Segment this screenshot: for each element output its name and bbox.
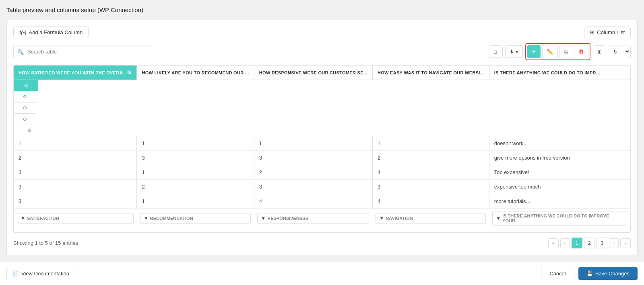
table-header-row: HOW SATISFIED WERE YOU WITH THE OVERA...… (14, 66, 630, 80)
page-1-button[interactable]: 1 (572, 238, 582, 248)
search-icon: 🔍 (17, 49, 24, 55)
table-row: 3124Too expensive! (14, 165, 630, 180)
page-2-button[interactable]: 2 (584, 238, 595, 248)
delete-column-button[interactable]: 🗑 (574, 45, 588, 58)
add-column-button[interactable]: + (527, 45, 541, 58)
column-list-icon: ⊞ (590, 29, 594, 35)
download-button[interactable]: ⬇ ▾ (505, 45, 523, 58)
cell-2-1: 1 (137, 165, 254, 180)
cancel-button[interactable]: Cancel (541, 267, 574, 280)
last-page-button[interactable]: » (620, 238, 631, 248)
filter-label-4: NAVIGATION (386, 216, 413, 221)
column-header-4: HOW EASY WAS IT TO NAVIGATE OUR WEBSI... (372, 66, 489, 80)
filter-row: ▼ SATISFACTION ▼ RECOMMENDATION (14, 209, 630, 228)
print-icon: 🖨 (493, 49, 498, 55)
filter-label-5: Is there anything we could do to improve… (502, 213, 623, 223)
column-header-2: HOW LIKELY ARE YOU TO RECOMMEND OUR ... (137, 66, 254, 80)
table-row: 3144more tutorials... (14, 194, 630, 209)
filter-button[interactable]: ⧗ (593, 45, 605, 58)
th-content-5: IS THERE ANYTHING WE COULD DO TO IMPR... (489, 66, 630, 79)
filter-cell-1: ▼ SATISFACTION (14, 209, 137, 228)
edit-icon: ✏️ (547, 49, 553, 55)
filter-icon-1: ▼ (21, 215, 25, 221)
col3-gear-icon[interactable]: ⚙ (23, 105, 27, 111)
filter-label-3: RESPONSIVENESS (267, 216, 308, 221)
col4-gear-cell: ⚙ (14, 114, 36, 125)
col5-gear-icon[interactable]: ⚙ (27, 127, 32, 133)
print-button[interactable]: 🖨 (489, 45, 503, 58)
filter-label-2: RECOMMENDATION (150, 216, 193, 221)
column-header-5: IS THERE ANYTHING WE COULD DO TO IMPR... (489, 66, 630, 80)
cell-4-0: 3 (14, 194, 137, 209)
column-header-1: HOW SATISFIED WERE YOU WITH THE OVERA...… (14, 66, 137, 80)
col3-gear-cell: ⚙ (14, 103, 36, 114)
toolbar-row: 🔍 🖨 ⬇ ▾ + ✏️ (13, 43, 631, 60)
edit-column-button[interactable]: ✏️ (542, 45, 558, 58)
cell-1-0: 2 (14, 151, 137, 165)
save-changes-button[interactable]: 💾 Save Changes (578, 267, 638, 280)
column-list-label: Column List (597, 29, 625, 35)
copy-column-button[interactable]: ⧉ (559, 45, 572, 58)
page-title: Table preview and columns setup (WP Conn… (6, 6, 638, 13)
card: f(•) Add a Formula Column ⊞ Column List … (6, 20, 638, 255)
cell-4-2: 4 (254, 194, 372, 209)
page-size-select[interactable]: 5 10 25 50 (608, 45, 631, 58)
bottom-right-buttons: Cancel 💾 Save Changes (541, 267, 638, 280)
cell-4-3: 4 (372, 194, 489, 209)
col1-settings-icon[interactable]: ⚙ (127, 70, 132, 76)
pagination: « ‹ 1 2 3 › » (548, 238, 631, 248)
cell-2-4: Too expensive! (489, 165, 630, 180)
filter-label-1: SATISFACTION (27, 216, 59, 221)
column-header-3: HOW RESPONSIVE WERE OUR CUSTOMER SE... (254, 66, 372, 80)
cell-4-4: more tutorials... (489, 194, 630, 209)
col4-gear-icon[interactable]: ⚙ (23, 116, 27, 122)
table-row: 3233expensive too much (14, 180, 630, 194)
view-docs-label: View Documentation (21, 271, 69, 277)
save-label: Save Changes (595, 271, 630, 277)
cell-1-4: give more options in free version (489, 151, 630, 165)
col2-header-text: HOW LIKELY ARE YOU TO RECOMMEND OUR ... (142, 70, 249, 75)
cell-4-1: 1 (137, 194, 254, 209)
page-3-button[interactable]: 3 (597, 238, 607, 248)
cell-0-0: 1 (14, 136, 137, 151)
col1-gear-icon[interactable]: ⚙ (24, 82, 29, 88)
filter-cell-2: ▼ RECOMMENDATION (137, 209, 254, 228)
first-page-button[interactable]: « (548, 238, 559, 248)
download-icon: ⬇ (510, 49, 514, 55)
filter-icon-2: ▼ (144, 215, 149, 221)
search-input[interactable] (13, 45, 150, 58)
plus-icon: + (532, 48, 536, 55)
filter-input-2[interactable]: ▼ RECOMMENDATION (140, 213, 251, 223)
save-icon: 💾 (586, 271, 593, 277)
filter-icon-4: ▼ (379, 215, 384, 221)
prev-page-button[interactable]: ‹ (560, 238, 570, 248)
cell-2-3: 4 (372, 165, 489, 180)
col5-gear-cell: ⚙ (14, 125, 46, 136)
data-table: HOW SATISFIED WERE YOU WITH THE OVERA...… (14, 66, 630, 228)
search-container: 🔍 (13, 45, 150, 58)
filter-cell-5: ▼ Is there anything we could do to impro… (489, 209, 630, 228)
col4-header-text: HOW EASY WAS IT TO NAVIGATE OUR WEBSI... (378, 70, 484, 75)
add-formula-column-button[interactable]: f(•) Add a Formula Column (13, 27, 89, 38)
filter-icon-5: ▼ (496, 215, 501, 221)
column-list-button[interactable]: ⊞ Column List (584, 27, 631, 38)
col2-gear-cell: ⚙ (14, 91, 36, 103)
filter-input-5[interactable]: ▼ Is there anything we could do to impro… (492, 211, 627, 226)
view-documentation-button[interactable]: 📄 View Documentation (6, 267, 75, 280)
copy-icon: ⧉ (564, 48, 568, 55)
cell-3-4: expensive too much (489, 180, 630, 194)
th-content-1: HOW SATISFIED WERE YOU WITH THE OVERA...… (14, 66, 136, 80)
next-page-button[interactable]: › (609, 238, 619, 248)
cell-1-2: 3 (254, 151, 372, 165)
filter-input-1[interactable]: ▼ SATISFACTION (17, 213, 134, 223)
filter-input-4[interactable]: ▼ NAVIGATION (376, 213, 486, 223)
cell-3-2: 3 (254, 180, 372, 194)
table-wrapper: HOW SATISFIED WERE YOU WITH THE OVERA...… (13, 65, 631, 233)
cell-3-0: 3 (14, 180, 137, 194)
filter-icon: ⧗ (597, 49, 601, 55)
col2-gear-icon[interactable]: ⚙ (23, 94, 27, 100)
bottom-bar: 📄 View Documentation Cancel 💾 Save Chang… (0, 262, 644, 285)
filter-input-3[interactable]: ▼ RESPONSIVENESS (257, 213, 369, 223)
showing-text: Showing 1 to 5 of 15 entries (13, 240, 78, 246)
action-buttons: 🖨 ⬇ ▾ + ✏️ ⧉ 🗑 (489, 43, 631, 60)
